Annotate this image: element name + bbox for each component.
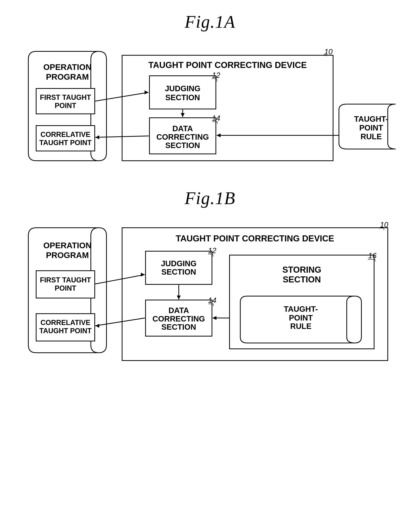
svg-rect-42: [36, 314, 95, 341]
fig-1b-title: Fig.1B: [185, 188, 235, 208]
svg-text:POINT: POINT: [55, 284, 76, 292]
svg-text:SECTION: SECTION: [165, 141, 200, 150]
svg-text:OPERATION: OPERATION: [43, 241, 92, 250]
svg-line-72: [95, 275, 145, 284]
svg-text:FIRST TAUGHT: FIRST TAUGHT: [40, 276, 91, 284]
figure-1b: Fig.1B OPERATION PROGRAM FIRST TAUGHT PO…: [16, 188, 404, 365]
svg-text:CORRELATIVE: CORRELATIVE: [40, 319, 90, 327]
svg-line-26: [95, 92, 149, 101]
svg-marker-77: [95, 324, 99, 328]
svg-line-76: [95, 318, 145, 326]
svg-rect-53: [146, 300, 212, 336]
svg-text:POINT: POINT: [289, 314, 313, 322]
svg-text:TAUGHT POINT: TAUGHT POINT: [39, 327, 91, 335]
svg-line-30: [95, 136, 149, 137]
svg-text:TAUGHT POINT CORRECTING DEVICE: TAUGHT POINT CORRECTING DEVICE: [149, 60, 307, 70]
svg-text:CORRELATIVE: CORRELATIVE: [40, 130, 90, 138]
svg-text:TAUGHT-: TAUGHT-: [284, 305, 318, 313]
svg-text:CORRECTING: CORRECTING: [157, 133, 209, 141]
svg-text:RULE: RULE: [361, 132, 382, 141]
svg-text:SECTION: SECTION: [165, 93, 200, 102]
svg-rect-45: [122, 228, 388, 360]
svg-text:SECTION: SECTION: [283, 275, 321, 284]
svg-marker-75: [177, 296, 181, 299]
diagram-1a: OPERATION PROGRAM FIRST TAUGHT POINT COR…: [24, 40, 396, 172]
svg-marker-79: [212, 316, 217, 320]
svg-text:SECTION: SECTION: [161, 323, 196, 331]
svg-rect-2: [36, 89, 95, 114]
diagram-1b: OPERATION PROGRAM FIRST TAUGHT POINT COR…: [24, 216, 396, 365]
svg-text:POINT: POINT: [359, 123, 383, 132]
svg-text:14: 14: [208, 296, 216, 305]
svg-rect-39: [36, 271, 95, 298]
svg-text:SECTION: SECTION: [161, 268, 196, 276]
svg-text:PROGRAM: PROGRAM: [46, 72, 89, 82]
svg-marker-73: [141, 273, 145, 277]
svg-text:TAUGHT POINT: TAUGHT POINT: [39, 139, 91, 147]
svg-marker-27: [145, 90, 149, 94]
svg-rect-16: [150, 118, 216, 154]
svg-text:12: 12: [212, 71, 220, 79]
svg-text:STORING: STORING: [282, 265, 321, 274]
svg-text:DATA: DATA: [172, 124, 193, 133]
svg-text:DATA: DATA: [168, 306, 189, 315]
svg-text:JUDGING: JUDGING: [161, 259, 196, 268]
svg-text:PROGRAM: PROGRAM: [46, 251, 89, 260]
fig-1a-title: Fig.1A: [185, 12, 235, 32]
page: Fig.1A OPERATION PROGRAM FIRST TAUGHT PO…: [0, 0, 420, 509]
svg-text:16: 16: [368, 252, 377, 260]
svg-text:POINT: POINT: [55, 102, 76, 110]
svg-text:FIRST TAUGHT: FIRST TAUGHT: [40, 93, 91, 101]
svg-text:RULE: RULE: [290, 322, 312, 330]
svg-marker-36: [217, 133, 221, 137]
svg-rect-47: [146, 251, 212, 284]
svg-rect-5: [36, 126, 95, 151]
svg-text:10: 10: [380, 221, 388, 229]
svg-text:12: 12: [208, 247, 216, 255]
svg-marker-29: [181, 113, 185, 117]
svg-text:OPERATION: OPERATION: [43, 62, 92, 72]
svg-text:JUDGING: JUDGING: [165, 84, 200, 93]
svg-rect-10: [150, 76, 216, 109]
svg-marker-31: [95, 135, 99, 139]
figure-1a: Fig.1A OPERATION PROGRAM FIRST TAUGHT PO…: [16, 12, 404, 172]
svg-text:TAUGHT-: TAUGHT-: [354, 115, 388, 123]
svg-rect-63: [230, 255, 374, 349]
svg-rect-8: [122, 55, 333, 161]
svg-text:10: 10: [324, 48, 332, 56]
svg-text:14: 14: [212, 114, 220, 122]
svg-text:CORRECTING: CORRECTING: [153, 314, 205, 323]
svg-text:TAUGHT POINT CORRECTING DEVICE: TAUGHT POINT CORRECTING DEVICE: [176, 234, 334, 243]
